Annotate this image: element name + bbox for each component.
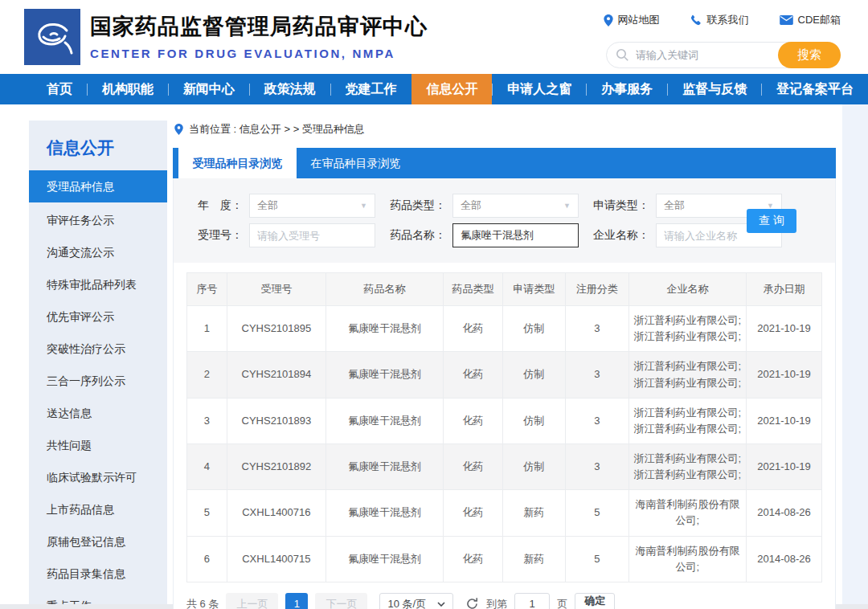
sidebar-item-11[interactable]: 上市药品信息 [29,493,167,525]
goto-page-input[interactable] [514,593,550,609]
table-cell: CYHS2101894 [227,352,326,398]
table-cell: 氟康唑干混悬剂 [326,536,444,582]
apply-type-label: 申请类型： [590,198,649,213]
table-cell: 浙江普利药业有限公司;浙江普利药业有限公司; [628,352,746,398]
table-cell: 化药 [444,398,502,443]
company-name-label: 企业名称： [590,228,649,243]
sidebar-item-1[interactable]: 受理品种信息 [29,170,167,202]
table-row-2[interactable]: 2CYHS2101894氟康唑干混悬剂化药仿制3浙江普利药业有限公司;浙江普利药… [187,352,822,398]
nav-item-7[interactable]: 申请人之窗 [493,74,586,104]
filter-acceptance-no: 受理号： [183,223,375,247]
query-button[interactable]: 查 询 [747,209,796,233]
drug-name-input[interactable] [452,223,579,247]
sitemap-label: 网站地图 [618,13,660,27]
table-cell: 化药 [444,490,502,536]
table-row-5[interactable]: 5CXHL1400716氟康唑干混悬剂化药新药5海南普利制药股份有限公司;201… [187,490,822,536]
nav-item-2[interactable]: 机构职能 [88,74,168,104]
page-body: 信息公开 受理品种信息审评任务公示沟通交流公示特殊审批品种列表优先审评公示突破性… [0,104,868,604]
table-row-3[interactable]: 3CYHS2101893氟康唑干混悬剂化药仿制3浙江普利药业有限公司;浙江普利药… [187,398,822,443]
year-select[interactable]: 全部 ▼ [249,194,375,218]
sidebar-menu: 受理品种信息审评任务公示沟通交流公示特殊审批品种列表优先审评公示突破性治疗公示三… [29,170,167,604]
sidebar-item-2[interactable]: 审评任务公示 [29,204,167,236]
table-cell: CYHS2101895 [227,306,326,352]
page-right-margin [842,104,868,604]
table-cell: 仿制 [502,398,565,443]
phone-icon [690,14,702,27]
sidebar-item-7[interactable]: 三合一序列公示 [29,365,167,397]
table-cell: 3 [565,398,628,443]
page-number-button[interactable]: 1 [285,593,308,609]
table-cell: CXHL1400716 [227,490,326,536]
drug-type-select[interactable]: 全部 ▼ [452,194,579,218]
sidebar-item-10[interactable]: 临床试验默示许可 [29,461,167,493]
table-row-4[interactable]: 4CYHS2101892氟康唑干混悬剂化药仿制3浙江普利药业有限公司;浙江普利药… [187,443,822,489]
breadcrumb-text: 当前位置 : 信息公开 > > 受理品种信息 [189,122,365,137]
sidebar-title: 信息公开 [29,121,167,170]
content-panel: 年 度： 全部 ▼ 药品类型： 全部 ▼ 申请类 [173,178,836,609]
table-cell: 浙江普利药业有限公司;浙江普利药业有限公司; [628,443,746,489]
table-cell: CYHS2101892 [227,443,326,489]
table-cell: 氟康唑干混悬剂 [326,443,444,489]
nav-item-10[interactable]: 登记备案平台 [762,74,868,104]
nav-item-8[interactable]: 办事服务 [587,74,667,104]
table-cell: 氟康唑干混悬剂 [326,398,444,443]
table-cell: 化药 [444,352,502,398]
acceptance-no-label: 受理号： [183,228,243,243]
table-row-1[interactable]: 1CYHS2101895氟康唑干混悬剂化药仿制3浙江普利药业有限公司;浙江普利药… [187,306,822,352]
prev-page-button[interactable]: 上一页 [226,593,278,609]
col-header-2: 受理号 [227,273,326,306]
sidebar-item-13[interactable]: 药品目录集信息 [29,558,167,590]
tab-bar: 受理品种目录浏览在审品种目录浏览 [173,148,836,178]
table-cell: 5 [187,490,227,536]
col-header-8: 承办日期 [746,273,821,306]
tab-2[interactable]: 在审品种目录浏览 [297,148,415,178]
sidebar-item-9[interactable]: 共性问题 [29,429,167,461]
site-title: 国家药品监督管理局药品审评中心 [90,12,428,41]
sidebar-item-4[interactable]: 特殊审批品种列表 [29,268,167,300]
filter-row-1: 年 度： 全部 ▼ 药品类型： 全部 ▼ 申请类 [183,194,821,218]
search-button[interactable]: 搜索 [778,42,841,68]
chevron-down-icon: ▼ [360,202,367,210]
page-unit-label: 页 [557,597,567,609]
acceptance-no-input[interactable] [249,223,375,247]
sidebar-item-6[interactable]: 突破性治疗公示 [29,333,167,365]
table-cell: 3 [565,443,628,489]
next-page-button[interactable]: 下一页 [315,593,367,609]
filter-drug-type: 药品类型： 全部 ▼ [387,194,579,218]
cde-mail-label: CDE邮箱 [798,13,841,27]
sidebar-item-12[interactable]: 原辅包登记信息 [29,525,167,558]
confirm-button[interactable]: 确定 [575,593,615,609]
refresh-button[interactable] [465,597,479,609]
sidebar-item-8[interactable]: 送达信息 [29,397,167,429]
sidebar-item-3[interactable]: 沟通交流公示 [29,236,167,268]
sidebar-item-5[interactable]: 优先审评公示 [29,300,167,333]
table-cell: 2014-08-26 [746,536,821,582]
nav-item-9[interactable]: 监督与反馈 [668,74,761,104]
apply-type-value: 全部 [664,198,685,213]
cde-mail-link[interactable]: CDE邮箱 [780,13,841,27]
page-size-select[interactable]: 10 条/页 [379,593,453,609]
table-cell: 2014-08-26 [746,490,821,536]
tab-1[interactable]: 受理品种目录浏览 [178,148,297,178]
nav-item-5[interactable]: 党建工作 [331,74,411,104]
nav-item-4[interactable]: 政策法规 [250,74,330,104]
drug-type-label: 药品类型： [387,198,446,213]
sidebar: 信息公开 受理品种信息审评任务公示沟通交流公示特殊审批品种列表优先审评公示突破性… [29,121,167,604]
sidebar-item-14[interactable]: 重点工作 [29,590,167,604]
table-cell: 6 [187,536,227,582]
sitemap-link[interactable]: 网站地图 [604,13,660,27]
table-row-6[interactable]: 6CXHL1400715氟康唑干混悬剂化药新药5海南普利制药股份有限公司;201… [187,536,822,582]
logo-fish-icon [24,9,80,65]
nav-item-1[interactable]: 首页 [32,74,87,104]
filter-row-2: 受理号： 药品名称： 企业名称： [183,223,821,247]
nav-item-6[interactable]: 信息公开 [411,74,492,104]
mail-icon [780,15,793,25]
nav-item-3[interactable]: 新闻中心 [169,74,249,104]
contact-link[interactable]: 联系我们 [690,13,749,27]
site-subtitle: CENTER FOR DRUG EVALUATION, NMPA [90,47,428,60]
col-header-1: 序号 [187,273,227,306]
breadcrumb: 当前位置 : 信息公开 > > 受理品种信息 [174,122,836,137]
contact-label: 联系我们 [707,13,749,27]
chevron-down-icon [437,602,445,607]
table-cell: 氟康唑干混悬剂 [326,490,444,536]
